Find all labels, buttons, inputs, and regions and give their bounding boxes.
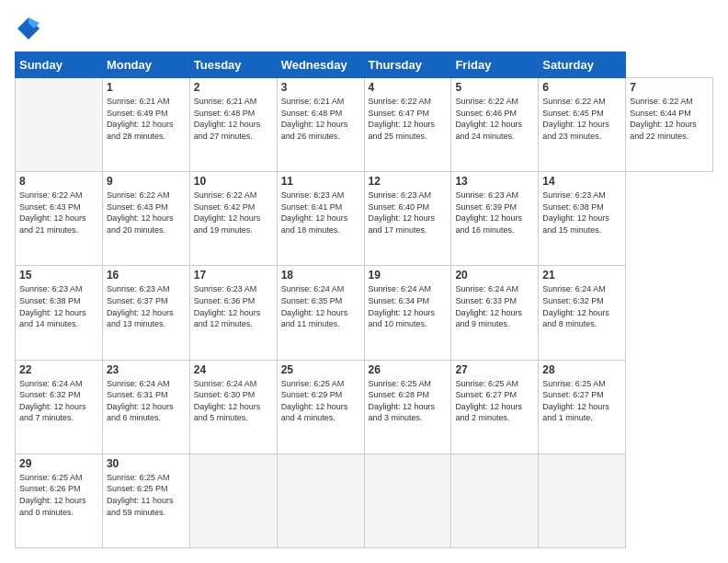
day-info: Sunrise: 6:25 AMSunset: 6:27 PMDaylight:…	[455, 378, 534, 424]
day-number: 23	[107, 363, 186, 376]
day-number: 2	[194, 81, 273, 94]
calendar-cell: 2Sunrise: 6:21 AMSunset: 6:48 PMDaylight…	[189, 78, 277, 172]
day-info: Sunrise: 6:23 AMSunset: 6:36 PMDaylight:…	[194, 283, 273, 329]
day-info: Sunrise: 6:21 AMSunset: 6:48 PMDaylight:…	[194, 96, 273, 142]
calendar-cell: 15Sunrise: 6:23 AMSunset: 6:38 PMDayligh…	[16, 266, 103, 360]
calendar-cell	[364, 454, 451, 547]
calendar-cell: 8Sunrise: 6:22 AMSunset: 6:43 PMDaylight…	[16, 172, 103, 266]
day-number: 18	[281, 269, 360, 282]
day-number: 26	[369, 363, 448, 376]
logo	[15, 15, 46, 42]
page: SundayMondayTuesdayWednesdayThursdayFrid…	[0, 0, 728, 563]
weekday-header-sunday: Sunday	[16, 52, 103, 78]
day-info: Sunrise: 6:24 AMSunset: 6:32 PMDaylight:…	[542, 283, 621, 329]
weekday-header-friday: Friday	[451, 52, 539, 78]
calendar-week-row: 8Sunrise: 6:22 AMSunset: 6:43 PMDaylight…	[16, 172, 713, 266]
day-info: Sunrise: 6:22 AMSunset: 6:44 PMDaylight:…	[630, 96, 709, 142]
calendar-cell: 17Sunrise: 6:23 AMSunset: 6:36 PMDayligh…	[189, 266, 277, 360]
calendar-cell: 25Sunrise: 6:25 AMSunset: 6:29 PMDayligh…	[277, 360, 364, 454]
calendar-cell: 24Sunrise: 6:24 AMSunset: 6:30 PMDayligh…	[189, 360, 277, 454]
weekday-header-tuesday: Tuesday	[189, 52, 277, 78]
day-info: Sunrise: 6:23 AMSunset: 6:40 PMDaylight:…	[369, 190, 448, 236]
day-info: Sunrise: 6:22 AMSunset: 6:43 PMDaylight:…	[19, 190, 98, 236]
day-info: Sunrise: 6:24 AMSunset: 6:34 PMDaylight:…	[369, 283, 448, 329]
calendar-cell	[277, 454, 364, 547]
day-number: 11	[281, 175, 360, 188]
calendar-cell: 10Sunrise: 6:22 AMSunset: 6:42 PMDayligh…	[189, 172, 277, 266]
weekday-header-thursday: Thursday	[364, 52, 451, 78]
calendar-cell: 21Sunrise: 6:24 AMSunset: 6:32 PMDayligh…	[539, 266, 626, 360]
day-info: Sunrise: 6:22 AMSunset: 6:46 PMDaylight:…	[455, 96, 534, 142]
day-info: Sunrise: 6:23 AMSunset: 6:38 PMDaylight:…	[542, 190, 621, 236]
day-info: Sunrise: 6:23 AMSunset: 6:38 PMDaylight:…	[19, 283, 98, 329]
calendar-cell: 19Sunrise: 6:24 AMSunset: 6:34 PMDayligh…	[364, 266, 451, 360]
calendar-cell: 30Sunrise: 6:25 AMSunset: 6:25 PMDayligh…	[102, 454, 189, 547]
day-info: Sunrise: 6:25 AMSunset: 6:29 PMDaylight:…	[281, 378, 360, 424]
day-info: Sunrise: 6:23 AMSunset: 6:41 PMDaylight:…	[281, 190, 360, 236]
day-number: 21	[542, 269, 621, 282]
calendar-cell: 7Sunrise: 6:22 AMSunset: 6:44 PMDaylight…	[626, 78, 713, 172]
calendar-cell	[16, 78, 103, 172]
day-info: Sunrise: 6:21 AMSunset: 6:48 PMDaylight:…	[281, 96, 360, 142]
day-number: 7	[630, 81, 709, 94]
day-number: 6	[542, 81, 621, 94]
day-number: 25	[281, 363, 360, 376]
day-number: 19	[369, 269, 448, 282]
day-info: Sunrise: 6:24 AMSunset: 6:30 PMDaylight:…	[194, 378, 273, 424]
day-info: Sunrise: 6:25 AMSunset: 6:26 PMDaylight:…	[19, 472, 98, 518]
calendar-table: SundayMondayTuesdayWednesdayThursdayFrid…	[15, 52, 713, 548]
day-info: Sunrise: 6:22 AMSunset: 6:47 PMDaylight:…	[369, 96, 448, 142]
calendar-cell	[539, 454, 626, 547]
day-number: 4	[369, 81, 448, 94]
calendar-cell: 22Sunrise: 6:24 AMSunset: 6:32 PMDayligh…	[16, 360, 103, 454]
day-number: 1	[107, 81, 186, 94]
day-info: Sunrise: 6:24 AMSunset: 6:35 PMDaylight:…	[281, 283, 360, 329]
day-number: 17	[194, 269, 273, 282]
calendar-cell: 20Sunrise: 6:24 AMSunset: 6:33 PMDayligh…	[451, 266, 539, 360]
calendar-cell: 14Sunrise: 6:23 AMSunset: 6:38 PMDayligh…	[539, 172, 626, 266]
calendar-cell: 28Sunrise: 6:25 AMSunset: 6:27 PMDayligh…	[539, 360, 626, 454]
weekday-header-row: SundayMondayTuesdayWednesdayThursdayFrid…	[16, 52, 713, 78]
day-info: Sunrise: 6:21 AMSunset: 6:49 PMDaylight:…	[107, 96, 186, 142]
day-info: Sunrise: 6:23 AMSunset: 6:39 PMDaylight:…	[455, 190, 534, 236]
calendar-cell: 11Sunrise: 6:23 AMSunset: 6:41 PMDayligh…	[277, 172, 364, 266]
calendar-cell: 1Sunrise: 6:21 AMSunset: 6:49 PMDaylight…	[102, 78, 189, 172]
day-info: Sunrise: 6:25 AMSunset: 6:28 PMDaylight:…	[369, 378, 448, 424]
day-number: 13	[455, 175, 534, 188]
day-info: Sunrise: 6:24 AMSunset: 6:32 PMDaylight:…	[19, 378, 98, 424]
day-number: 5	[455, 81, 534, 94]
calendar-cell: 5Sunrise: 6:22 AMSunset: 6:46 PMDaylight…	[451, 78, 539, 172]
day-number: 14	[542, 175, 621, 188]
calendar-cell: 29Sunrise: 6:25 AMSunset: 6:26 PMDayligh…	[16, 454, 103, 547]
weekday-header-monday: Monday	[102, 52, 189, 78]
calendar-cell: 9Sunrise: 6:22 AMSunset: 6:43 PMDaylight…	[102, 172, 189, 266]
calendar-week-row: 15Sunrise: 6:23 AMSunset: 6:38 PMDayligh…	[16, 266, 713, 360]
day-info: Sunrise: 6:22 AMSunset: 6:45 PMDaylight:…	[542, 96, 621, 142]
calendar-cell: 23Sunrise: 6:24 AMSunset: 6:31 PMDayligh…	[102, 360, 189, 454]
day-number: 16	[107, 269, 186, 282]
calendar-cell: 16Sunrise: 6:23 AMSunset: 6:37 PMDayligh…	[102, 266, 189, 360]
calendar-week-row: 1Sunrise: 6:21 AMSunset: 6:49 PMDaylight…	[16, 78, 713, 172]
day-info: Sunrise: 6:24 AMSunset: 6:33 PMDaylight:…	[455, 283, 534, 329]
day-number: 22	[19, 363, 98, 376]
header	[15, 15, 713, 42]
day-number: 3	[281, 81, 360, 94]
day-info: Sunrise: 6:22 AMSunset: 6:42 PMDaylight:…	[194, 190, 273, 236]
calendar-cell: 18Sunrise: 6:24 AMSunset: 6:35 PMDayligh…	[277, 266, 364, 360]
day-info: Sunrise: 6:25 AMSunset: 6:27 PMDaylight:…	[542, 378, 621, 424]
day-number: 9	[107, 175, 186, 188]
day-info: Sunrise: 6:24 AMSunset: 6:31 PMDaylight:…	[107, 378, 186, 424]
weekday-header-wednesday: Wednesday	[277, 52, 364, 78]
calendar-cell	[189, 454, 277, 547]
calendar-cell: 3Sunrise: 6:21 AMSunset: 6:48 PMDaylight…	[277, 78, 364, 172]
day-info: Sunrise: 6:22 AMSunset: 6:43 PMDaylight:…	[107, 190, 186, 236]
day-number: 10	[194, 175, 273, 188]
calendar-cell: 26Sunrise: 6:25 AMSunset: 6:28 PMDayligh…	[364, 360, 451, 454]
day-info: Sunrise: 6:25 AMSunset: 6:25 PMDaylight:…	[107, 472, 186, 518]
day-number: 8	[19, 175, 98, 188]
day-number: 15	[19, 269, 98, 282]
day-info: Sunrise: 6:23 AMSunset: 6:37 PMDaylight:…	[107, 283, 186, 329]
calendar-cell	[451, 454, 539, 547]
calendar-cell: 6Sunrise: 6:22 AMSunset: 6:45 PMDaylight…	[539, 78, 626, 172]
day-number: 27	[455, 363, 534, 376]
